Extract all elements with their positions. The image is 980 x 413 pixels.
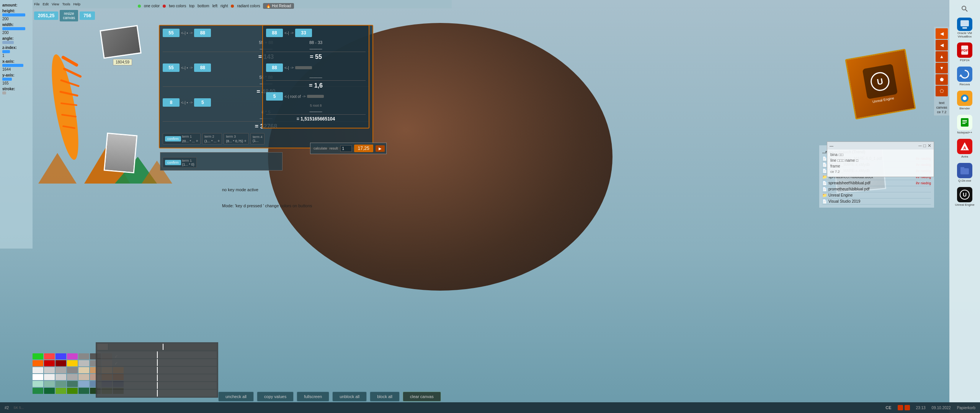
palette-cell[interactable] bbox=[67, 388, 78, 394]
window-maximize-button[interactable]: □ bbox=[923, 143, 926, 148]
two-colors-label[interactable]: two colors bbox=[169, 4, 186, 8]
calc2-b1[interactable]: 33 bbox=[295, 29, 312, 37]
time-display: 23:13 bbox=[916, 406, 926, 410]
palette-cell[interactable] bbox=[33, 388, 43, 394]
term2-1-confirm[interactable]: confirm bbox=[165, 160, 181, 165]
result-display: calculate result 17,25 ▶ bbox=[310, 143, 387, 154]
calc2-a2[interactable]: 88 bbox=[266, 63, 283, 72]
taskbar-search-button[interactable] bbox=[959, 3, 970, 15]
fullscreen-button[interactable]: fullscreen bbox=[297, 392, 329, 402]
palette-cell[interactable] bbox=[33, 381, 43, 387]
palette-cell[interactable] bbox=[56, 374, 66, 380]
no-key-mode-text: no key mode active bbox=[222, 187, 312, 192]
palette-cell[interactable] bbox=[67, 360, 78, 366]
palette-cell[interactable] bbox=[78, 353, 89, 359]
right-label[interactable]: right bbox=[220, 4, 228, 8]
calc-window-2: confirm term 1 (1... * 0) bbox=[160, 152, 283, 171]
palette-cell[interactable] bbox=[44, 353, 55, 359]
arrow-right-3[interactable]: -> bbox=[189, 101, 193, 104]
top-label[interactable]: top bbox=[189, 4, 194, 8]
calc1-b2[interactable]: 88 bbox=[194, 63, 211, 72]
calc2-b3[interactable] bbox=[307, 95, 324, 98]
clear-canvas-button[interactable]: clear canvas bbox=[403, 392, 441, 402]
palette-cell[interactable] bbox=[33, 374, 43, 380]
radiant-label[interactable]: radiant colors bbox=[237, 4, 260, 8]
taskbar-icon-avira[interactable]: A Avira bbox=[954, 138, 975, 159]
tool-btn-2[interactable]: ◀ bbox=[936, 40, 948, 50]
window-minimize-button[interactable]: ─ bbox=[918, 143, 922, 148]
menu-edit[interactable]: Edit bbox=[43, 2, 49, 6]
calc1-b1[interactable]: 88 bbox=[194, 29, 211, 37]
calc1-a1[interactable]: 55 bbox=[163, 29, 180, 37]
taskbar-icon-blender[interactable]: Blender bbox=[954, 90, 975, 111]
palette-cell[interactable] bbox=[33, 360, 43, 366]
palette-cell[interactable] bbox=[67, 353, 78, 359]
tab-label[interactable]: #2 bbox=[5, 406, 9, 410]
calc2-a1[interactable]: 88 bbox=[266, 29, 283, 37]
arrow2-right-3[interactable]: -> bbox=[302, 94, 305, 98]
palette-cell[interactable] bbox=[33, 353, 43, 359]
palette-cell[interactable] bbox=[78, 388, 89, 394]
tool-btn-1[interactable]: ◀ bbox=[936, 28, 948, 39]
hot-reload-button[interactable]: 🔥 Hot Reload bbox=[263, 3, 294, 9]
arrow2-right-2[interactable]: -> bbox=[291, 66, 294, 70]
palette-cell[interactable] bbox=[67, 367, 78, 373]
taskbar-icon-recuva[interactable]: Recuva bbox=[954, 66, 975, 87]
calc2-a3[interactable]: 5 bbox=[266, 92, 283, 101]
arrow-right-2[interactable]: -> bbox=[189, 66, 193, 70]
palette-cell[interactable] bbox=[78, 381, 89, 387]
block-all-button[interactable]: block all bbox=[370, 392, 400, 402]
list-item-unreal[interactable]: 📁 Unreal Engine bbox=[822, 192, 931, 198]
palette-cell[interactable] bbox=[56, 360, 66, 366]
palette-cell[interactable] bbox=[56, 381, 66, 387]
calc-execute-button[interactable]: ▶ bbox=[376, 145, 385, 152]
taskbar-icon-unreal[interactable]: U Unreal Engine bbox=[954, 186, 975, 207]
uncheck-all-button[interactable]: uncheck all bbox=[218, 392, 254, 402]
unblock-all-button[interactable]: unblock all bbox=[332, 392, 367, 402]
palette-cell[interactable] bbox=[56, 388, 66, 394]
palette-cell[interactable] bbox=[78, 360, 89, 366]
palette-cell[interactable] bbox=[44, 360, 55, 366]
copy-values-button[interactable]: copy values bbox=[257, 392, 294, 402]
taskbar-icon-pdf24[interactable]: PDF PDF24 bbox=[954, 42, 975, 63]
list-item-vs[interactable]: 📄 Visual Studio 2019 bbox=[822, 198, 931, 205]
menu-help[interactable]: Help bbox=[73, 2, 80, 6]
result-input[interactable] bbox=[340, 145, 352, 152]
palette-cell[interactable] bbox=[78, 367, 89, 373]
palette-cell[interactable] bbox=[44, 367, 55, 373]
menu-file[interactable]: File bbox=[34, 2, 40, 6]
papierkorb-label[interactable]: Papierkorb bbox=[957, 406, 975, 410]
taskbar-icon-qdir[interactable]: Q-Dir.exe bbox=[954, 162, 975, 183]
arrow-right-1[interactable]: -> bbox=[189, 31, 193, 35]
palette-cell[interactable] bbox=[56, 367, 66, 373]
taskbar-icon-notepadpp[interactable]: Notepad++ bbox=[954, 114, 975, 135]
arrow2-right-1[interactable]: -> bbox=[291, 31, 294, 35]
palette-cell[interactable] bbox=[44, 381, 55, 387]
left-label[interactable]: left bbox=[212, 4, 217, 8]
palette-cell[interactable] bbox=[78, 374, 89, 380]
palette-cell[interactable] bbox=[44, 374, 55, 380]
resize-canvas-button[interactable]: resizecanvas bbox=[60, 10, 78, 21]
palette-cell[interactable] bbox=[44, 388, 55, 394]
tool-btn-4[interactable]: ▼ bbox=[936, 63, 948, 73]
one-color-label[interactable]: one color bbox=[144, 4, 160, 8]
calc1-a3[interactable]: 8 bbox=[163, 98, 180, 107]
tool-btn-3[interactable]: ▲ bbox=[936, 51, 948, 62]
menu-view[interactable]: View bbox=[52, 2, 59, 6]
palette-cell[interactable] bbox=[33, 367, 43, 373]
calc2-divider-1: ——— bbox=[266, 46, 366, 52]
palette-cell[interactable] bbox=[67, 374, 78, 380]
canvas-width-display: 756 bbox=[80, 11, 95, 20]
bottom-label[interactable]: bottom bbox=[198, 4, 209, 8]
calc1-a2[interactable]: 55 bbox=[163, 63, 180, 72]
window-close-button[interactable]: ✕ bbox=[928, 143, 931, 148]
palette-cell[interactable] bbox=[56, 353, 66, 359]
taskbar-icon-virtualbox[interactable]: Oracle VMVirtualBox bbox=[954, 18, 975, 39]
tool-btn-6[interactable]: ⬠ bbox=[936, 86, 948, 96]
palette-cell[interactable] bbox=[67, 381, 78, 387]
tool-btn-5[interactable]: ⬟ bbox=[936, 74, 948, 85]
menu-tools[interactable]: Tools bbox=[62, 2, 70, 6]
calc2-b2[interactable] bbox=[295, 66, 312, 69]
calc1-b3[interactable]: 5 bbox=[194, 98, 211, 107]
term-1-confirm[interactable]: confirm bbox=[165, 136, 181, 141]
